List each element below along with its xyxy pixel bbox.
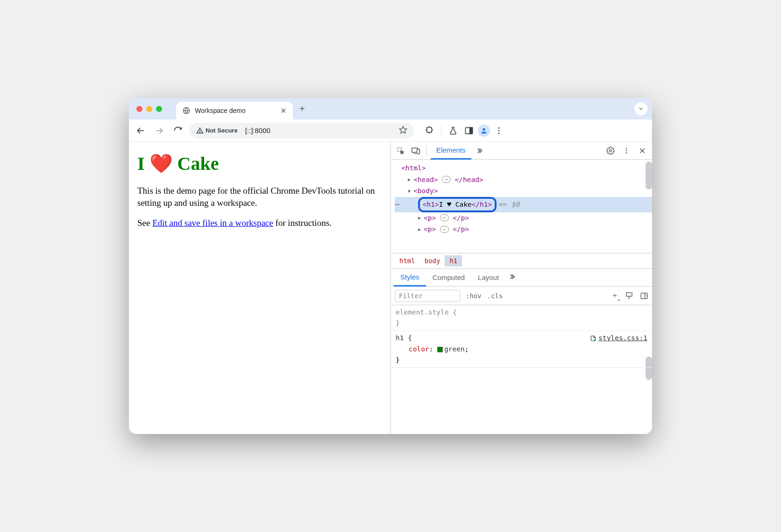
not-secure-label: Not Secure: [206, 127, 238, 134]
devtools-panel: Elements <html>: [390, 142, 652, 434]
arrow-right-icon: [155, 126, 164, 135]
crumb-h1[interactable]: h1: [445, 255, 462, 266]
reload-button[interactable]: [171, 124, 185, 138]
person-icon: [480, 127, 488, 134]
device-toolbar-button[interactable]: [409, 144, 423, 158]
chevron-down-icon: [638, 106, 644, 112]
maximize-window-button[interactable]: [156, 106, 162, 112]
security-chip[interactable]: Not Secure: [196, 127, 241, 134]
more-actions-icon[interactable]: ⋯: [395, 197, 399, 212]
close-tab-icon[interactable]: ✕: [280, 106, 286, 115]
profile-button[interactable]: [478, 125, 490, 137]
expand-arrow-icon[interactable]: ▶: [408, 175, 413, 183]
styles-pane[interactable]: element.style { } styles.css:1 h1 { colo…: [391, 305, 652, 434]
devtools-menu-button[interactable]: [619, 144, 633, 158]
format-icon[interactable]: [625, 292, 633, 300]
source-link[interactable]: styles.css:1: [590, 333, 647, 343]
browser-window: Workspace demo ✕ + Not Secure [::]:8000: [129, 98, 652, 434]
browser-tab[interactable]: Workspace demo ✕: [176, 102, 293, 119]
svg-point-18: [626, 148, 627, 149]
inspect-icon: [397, 147, 405, 155]
svg-point-20: [626, 152, 627, 154]
new-tab-button[interactable]: +: [293, 104, 312, 114]
divider: [426, 146, 427, 156]
window-controls: [136, 106, 162, 112]
crumb-body[interactable]: body: [420, 255, 445, 266]
devtools-toolbar: Elements: [391, 142, 652, 160]
svg-point-9: [483, 128, 485, 130]
h1-open-tag: <h1>: [423, 201, 439, 208]
labs-button[interactable]: [446, 124, 460, 138]
kebab-icon: [494, 126, 504, 135]
arrow-left-icon: [136, 126, 145, 135]
new-style-rule-button[interactable]: ＋: [611, 291, 618, 301]
body-open-tag[interactable]: <body>: [413, 185, 438, 197]
h1-style-rule[interactable]: styles.css:1 h1 { color: green; }: [391, 331, 652, 368]
divider: [441, 126, 441, 135]
svg-rect-16: [417, 149, 420, 154]
warning-triangle-icon: [196, 127, 204, 134]
chrome-menu-button[interactable]: [492, 124, 506, 138]
svg-point-19: [626, 150, 627, 151]
computed-panel-icon[interactable]: [640, 292, 648, 300]
minimize-window-button[interactable]: [146, 106, 152, 112]
p-open-tag[interactable]: <p>: [424, 212, 436, 224]
gear-icon: [606, 147, 615, 155]
forward-button[interactable]: [152, 124, 166, 138]
address-bar[interactable]: Not Secure [::]:8000: [190, 123, 414, 139]
h1-close-tag: </h1>: [472, 201, 492, 208]
dom-tree[interactable]: <html> ▶<head> ⋯ </head> ▼<body> ⋯ <h1>I…: [391, 160, 652, 253]
bookmark-button[interactable]: [399, 126, 407, 136]
tab-search-button[interactable]: [634, 102, 647, 115]
tab-title: Workspace demo: [195, 107, 276, 114]
svg-point-11: [498, 130, 499, 131]
styles-tab[interactable]: Styles: [394, 269, 426, 287]
more-tabs-button[interactable]: [472, 144, 486, 158]
workspace-docs-link[interactable]: Edit and save files in a workspace: [152, 218, 273, 228]
back-button[interactable]: [134, 124, 148, 138]
page-paragraph-1: This is the demo page for the official C…: [137, 185, 382, 209]
ellipsis-icon[interactable]: ⋯: [440, 226, 449, 233]
side-panel-button[interactable]: [462, 124, 476, 138]
element-style-rule[interactable]: element.style { }: [391, 305, 652, 331]
ellipsis-icon[interactable]: ⋯: [442, 176, 451, 183]
computed-tab[interactable]: Computed: [426, 269, 471, 287]
collapse-arrow-icon[interactable]: ▼: [408, 187, 413, 195]
color-property[interactable]: color: green;: [409, 344, 647, 355]
layout-tab[interactable]: Layout: [471, 269, 505, 287]
selected-dom-node[interactable]: ⋯ <h1>I ♥ Cake</h1> == $0: [395, 197, 652, 212]
head-open-tag[interactable]: <head>: [413, 174, 438, 186]
styles-filter-input[interactable]: Filter: [395, 290, 460, 302]
devtools-scrollbar[interactable]: [646, 161, 652, 189]
close-devtools-button[interactable]: [635, 144, 649, 158]
filter-placeholder: Filter: [399, 292, 423, 300]
devtools-settings-button[interactable]: [604, 144, 618, 158]
url-text: [::]:8000: [245, 126, 270, 134]
crumb-html[interactable]: html: [395, 255, 420, 266]
file-icon: [590, 335, 596, 342]
chevrons-right-icon: [508, 273, 516, 280]
chevrons-right-icon: [476, 147, 483, 154]
more-style-tabs-button[interactable]: [508, 273, 516, 282]
expand-arrow-icon[interactable]: ▶: [418, 214, 424, 222]
expand-arrow-icon[interactable]: ▶: [418, 225, 424, 233]
flask-icon: [448, 126, 458, 135]
sidepanel-icon: [464, 126, 474, 135]
svg-rect-8: [470, 127, 473, 133]
styles-filter-row: Filter :hov .cls ＋: [391, 287, 652, 305]
svg-marker-5: [400, 126, 407, 133]
cls-toggle[interactable]: .cls: [487, 292, 503, 300]
ellipsis-icon[interactable]: ⋯: [440, 214, 449, 221]
inspect-element-button[interactable]: [394, 144, 408, 158]
p-open-tag[interactable]: <p>: [424, 224, 436, 235]
elements-tab[interactable]: Elements: [431, 142, 471, 160]
svg-point-4: [199, 132, 200, 132]
color-swatch-icon[interactable]: [437, 347, 443, 352]
reload-icon: [173, 126, 183, 135]
close-window-button[interactable]: [136, 106, 142, 112]
html-tag[interactable]: <html>: [401, 162, 426, 174]
extensions-button[interactable]: [422, 124, 436, 138]
dollar-zero-label: $0: [511, 199, 519, 210]
h1-text-node: I ♥ Cake: [439, 201, 472, 208]
hov-toggle[interactable]: :hov: [466, 292, 482, 300]
